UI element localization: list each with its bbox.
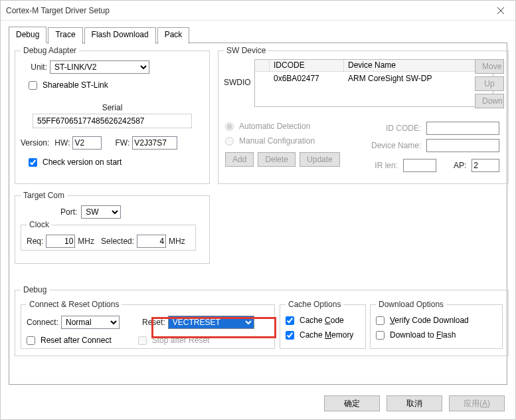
irlen-label: IR len: bbox=[375, 161, 398, 170]
col-idcode: IDCODE bbox=[270, 60, 344, 71]
table-row[interactable]: 0x6BA02477 ARM CoreSight SW-DP bbox=[255, 72, 493, 85]
hw-field[interactable] bbox=[72, 136, 102, 150]
download-flash-input[interactable] bbox=[376, 331, 385, 340]
cache-code-checkbox[interactable]: Cache Code bbox=[286, 316, 360, 325]
selected-field[interactable] bbox=[137, 235, 166, 248]
check-version-input[interactable] bbox=[29, 158, 37, 167]
cache-memory-label: Cache Memory bbox=[300, 330, 353, 340]
reset-select[interactable]: VECTRESET bbox=[168, 316, 254, 329]
tab-trace[interactable]: Trace bbox=[48, 27, 82, 44]
tab-debug[interactable]: Debug bbox=[9, 27, 46, 43]
col-device-name: Device Name bbox=[344, 60, 493, 71]
selected-label: Selected: bbox=[101, 237, 134, 246]
group-label: Debug bbox=[21, 285, 49, 294]
fw-field[interactable] bbox=[132, 136, 177, 150]
group-label: Target Com bbox=[21, 191, 67, 200]
stop-after-input bbox=[138, 336, 147, 345]
port-label: Port: bbox=[60, 207, 77, 217]
manual-radio-input bbox=[225, 137, 234, 146]
manual-radio-label: Manual Configuration bbox=[239, 136, 315, 146]
check-version-checkbox[interactable]: Check version on start bbox=[29, 158, 204, 167]
title-bar: Cortex-M Target Driver Setup bbox=[1, 1, 515, 21]
req-field[interactable] bbox=[46, 235, 75, 248]
apply-button: 应用(A) bbox=[449, 395, 505, 411]
device-table-header: IDCODE Device Name bbox=[255, 60, 493, 72]
auto-radio-input bbox=[225, 122, 234, 131]
update-button: Update bbox=[300, 152, 340, 167]
shareable-checkbox[interactable]: Shareable ST-Link bbox=[29, 80, 204, 90]
download-flash-checkbox[interactable]: Download to Flash bbox=[376, 330, 497, 340]
check-version-label: Check version on start bbox=[43, 158, 122, 167]
ap-label: AP: bbox=[454, 161, 466, 170]
devname-field bbox=[426, 139, 499, 152]
group-sw-device: SW Device SWDIO IDCODE Device Name 0x6BA… bbox=[218, 46, 509, 184]
verify-checkbox[interactable]: Verify Code Download bbox=[376, 316, 497, 325]
reset-label: Reset: bbox=[142, 318, 165, 327]
ap-field[interactable] bbox=[472, 159, 499, 172]
swdio-label: SWDIO bbox=[224, 78, 251, 87]
devname-label: Device Name: bbox=[371, 141, 421, 150]
verify-input[interactable] bbox=[376, 316, 385, 325]
tab-pack[interactable]: Pack bbox=[157, 27, 190, 44]
unit-label: Unit: bbox=[21, 62, 47, 72]
cache-memory-checkbox[interactable]: Cache Memory bbox=[286, 330, 360, 340]
stop-after-checkbox: Stop after Reset bbox=[138, 336, 210, 345]
group-connect-reset: Connect & Reset Options Connect: Normal … bbox=[21, 300, 275, 349]
group-debug-adapter: Debug Adapter Unit: ST-LINK/V2 Shareable… bbox=[15, 46, 210, 184]
idcode-field bbox=[426, 122, 499, 135]
tab-body: Debug Adapter Unit: ST-LINK/V2 Shareable… bbox=[9, 43, 507, 385]
group-label: Clock bbox=[27, 220, 52, 229]
up-button: Up bbox=[475, 76, 504, 91]
dialog-buttons: 确定 取消 应用(A) bbox=[324, 395, 505, 411]
ok-button[interactable]: 确定 bbox=[324, 395, 380, 411]
connect-select[interactable]: Normal bbox=[61, 316, 120, 329]
fw-label: FW: bbox=[115, 138, 129, 148]
port-select[interactable]: SW bbox=[81, 205, 121, 219]
serial-value-box: 55FF67065177485626242587 bbox=[33, 114, 192, 128]
selected-unit: MHz bbox=[169, 237, 185, 246]
req-unit: MHz bbox=[78, 237, 94, 246]
close-icon bbox=[497, 7, 504, 14]
cell-idcode: 0x6BA02477 bbox=[270, 72, 344, 85]
group-label: Connect & Reset Options bbox=[27, 300, 122, 309]
shareable-label: Shareable ST-Link bbox=[43, 80, 108, 90]
tab-strip: Debug Trace Flash Download Pack bbox=[9, 26, 507, 43]
group-debug: Debug Connect & Reset Options Connect: N… bbox=[15, 285, 509, 356]
group-label: Cache Options bbox=[286, 300, 343, 309]
download-flash-label: Download to Flash bbox=[390, 330, 456, 340]
tab-flash-download[interactable]: Flash Download bbox=[84, 27, 156, 44]
group-cache-options: Cache Options Cache Code Cache Memory bbox=[280, 300, 366, 349]
cancel-button[interactable]: 取消 bbox=[387, 395, 442, 411]
move-button: Move bbox=[475, 59, 504, 74]
reset-after-input[interactable] bbox=[27, 336, 35, 345]
add-button: Add bbox=[225, 152, 254, 167]
group-label: SW Device bbox=[224, 46, 268, 55]
unit-select[interactable]: ST-LINK/V2 bbox=[50, 60, 149, 74]
version-label: Version: bbox=[21, 138, 49, 148]
group-clock: Clock Req: MHz Selected: MHz bbox=[21, 220, 196, 251]
idcode-label: ID CODE: bbox=[386, 124, 421, 133]
reset-after-checkbox[interactable]: Reset after Connect bbox=[27, 336, 112, 345]
group-download-options: Download Options Verify Code Download Do… bbox=[370, 300, 503, 349]
connect-label: Connect: bbox=[27, 318, 58, 327]
delete-button: Delete bbox=[258, 152, 296, 167]
auto-radio-label: Automatic Detection bbox=[239, 122, 310, 131]
stop-after-label: Stop after Reset bbox=[152, 336, 210, 345]
group-label: Debug Adapter bbox=[21, 46, 79, 55]
down-button: Down bbox=[475, 94, 504, 108]
shareable-checkbox-input[interactable] bbox=[29, 81, 37, 90]
group-target-com: Target Com Port: SW Clock Req: MHz Selec… bbox=[15, 191, 210, 264]
reset-after-label: Reset after Connect bbox=[41, 336, 112, 345]
group-label: Download Options bbox=[376, 300, 446, 309]
window-title: Cortex-M Target Driver Setup bbox=[6, 6, 110, 15]
cache-code-input[interactable] bbox=[286, 316, 294, 325]
close-button[interactable] bbox=[485, 1, 515, 20]
cell-devname: ARM CoreSight SW-DP bbox=[344, 72, 493, 85]
cache-memory-input[interactable] bbox=[286, 331, 294, 340]
serial-value: 55FF67065177485626242587 bbox=[37, 116, 144, 126]
cache-code-label: Cache Code bbox=[300, 316, 344, 325]
verify-label: Verify Code Download bbox=[390, 316, 469, 325]
hw-label: HW: bbox=[54, 138, 70, 148]
serial-label: Serial bbox=[102, 103, 123, 112]
req-label: Req: bbox=[27, 237, 43, 246]
